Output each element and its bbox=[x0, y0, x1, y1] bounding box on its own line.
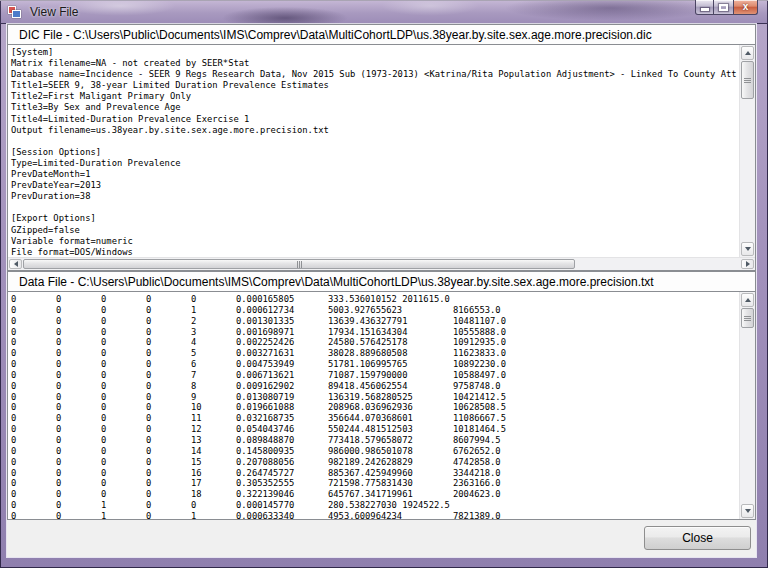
table-cell: 0 bbox=[56, 468, 101, 479]
table-cell: 10555888.0 bbox=[453, 327, 506, 338]
table-cell: 13639.436327791 bbox=[328, 316, 453, 327]
table-cell: 0 bbox=[101, 316, 146, 327]
table-cell: 0 bbox=[11, 316, 56, 327]
table-cell: 3344218.0 bbox=[453, 468, 501, 479]
data-scroll-down-button[interactable] bbox=[741, 504, 754, 518]
table-cell: 18 bbox=[191, 489, 236, 500]
table-cell: 0 bbox=[146, 489, 191, 500]
table-row: 0000170.305352555721598.7758314302363166… bbox=[11, 478, 739, 489]
table-cell: 0 bbox=[101, 402, 146, 413]
table-row: 000030.00169897117934.15163430410555888.… bbox=[11, 327, 739, 338]
table-cell: 9 bbox=[191, 392, 236, 403]
table-cell: 12 bbox=[191, 424, 236, 435]
table-row: 000070.00671362171087.15979000010588497.… bbox=[11, 370, 739, 381]
maximize-icon bbox=[719, 4, 728, 11]
table-cell: 0 bbox=[11, 402, 56, 413]
table-cell: 0 bbox=[11, 348, 56, 359]
table-cell: 8607994.5 bbox=[453, 435, 501, 446]
table-cell: 0 bbox=[146, 468, 191, 479]
table-cell: 0 bbox=[11, 511, 56, 519]
table-row: 0000180.322139046645767.3417199612004623… bbox=[11, 489, 739, 500]
table-cell: 7 bbox=[191, 370, 236, 381]
table-cell: 5003.927655623 bbox=[328, 305, 453, 316]
table-cell: 11 bbox=[191, 413, 236, 424]
data-vscroll-thumb[interactable] bbox=[741, 308, 754, 328]
table-cell: 13 bbox=[191, 435, 236, 446]
table-cell: 8 bbox=[191, 381, 236, 392]
data-scroll-up-button[interactable] bbox=[741, 293, 754, 307]
dic-horizontal-scrollbar[interactable] bbox=[8, 257, 755, 270]
table-cell: 0.019661088 bbox=[236, 402, 328, 413]
table-cell: 10181464.5 bbox=[453, 424, 506, 435]
table-cell: 356644.070368601 bbox=[328, 413, 453, 424]
table-cell: 0.305352555 bbox=[236, 478, 328, 489]
dic-scroll-left-button[interactable] bbox=[9, 259, 22, 269]
data-file-panel[interactable]: 000000.000165805333.536010152 2011615.00… bbox=[7, 292, 756, 520]
table-cell: 0 bbox=[11, 337, 56, 348]
table-cell: 0 bbox=[101, 424, 146, 435]
table-cell: 0 bbox=[101, 392, 146, 403]
table-cell: 17934.151634304 bbox=[328, 327, 453, 338]
table-cell: 0 bbox=[101, 435, 146, 446]
data-file-path: Data File - C:\Users\Public\Documents\IM… bbox=[19, 275, 654, 289]
data-vertical-scrollbar[interactable] bbox=[739, 292, 755, 519]
maximize-button[interactable] bbox=[714, 0, 733, 15]
table-cell: 1 bbox=[191, 511, 236, 519]
table-cell: 10 bbox=[191, 402, 236, 413]
table-row: 001000.000145770280.538227030 1924522.5 bbox=[11, 500, 739, 511]
table-cell: 0 bbox=[56, 381, 101, 392]
titlebar[interactable]: View File x bbox=[0, 0, 768, 24]
table-cell: 2363166.0 bbox=[453, 478, 501, 489]
table-cell: 0 bbox=[101, 370, 146, 381]
table-cell: 550244.481512503 bbox=[328, 424, 453, 435]
window-close-button[interactable]: x bbox=[733, 0, 758, 15]
table-cell: 0 bbox=[191, 500, 236, 511]
table-cell: 0 bbox=[11, 392, 56, 403]
dic-scroll-right-button[interactable] bbox=[741, 259, 754, 269]
table-cell: 51781.106995765 bbox=[328, 359, 453, 370]
table-cell: 0 bbox=[101, 359, 146, 370]
dic-hscroll-thumb[interactable] bbox=[23, 259, 575, 269]
table-cell: 38028.889680508 bbox=[328, 348, 453, 359]
close-dialog-button[interactable]: Close bbox=[644, 526, 751, 550]
table-cell: 6762652.0 bbox=[453, 446, 501, 457]
table-cell: 0.264745727 bbox=[236, 468, 328, 479]
table-cell: 0 bbox=[11, 500, 56, 511]
table-cell: 1 bbox=[101, 500, 146, 511]
dic-vscroll-thumb[interactable] bbox=[741, 61, 754, 99]
dic-file-panel[interactable]: [System] Matrix filename=NA - not create… bbox=[7, 45, 756, 271]
dic-file-header: DIC File - C:\Users\Public\Documents\IMS… bbox=[7, 24, 756, 45]
table-cell: 0 bbox=[101, 478, 146, 489]
table-cell: 17 bbox=[191, 478, 236, 489]
minimize-button[interactable] bbox=[695, 0, 714, 15]
table-cell: 0.004753949 bbox=[236, 359, 328, 370]
table-cell: 0 bbox=[56, 392, 101, 403]
dic-scroll-up-button[interactable] bbox=[741, 46, 754, 60]
data-rows: 000000.000165805333.536010152 2011615.00… bbox=[8, 292, 739, 519]
table-cell: 10912935.0 bbox=[453, 337, 506, 348]
table-row: 0000100.019661088208968.0369629361062850… bbox=[11, 402, 739, 413]
table-cell: 5 bbox=[191, 348, 236, 359]
table-cell: 0 bbox=[56, 435, 101, 446]
table-cell: 0 bbox=[11, 478, 56, 489]
table-cell: 721598.775831430 bbox=[328, 478, 453, 489]
table-row: 000080.00916290289418.4560625549758748.0 bbox=[11, 381, 739, 392]
table-cell: 71087.159790000 bbox=[328, 370, 453, 381]
table-cell: 0 bbox=[101, 468, 146, 479]
table-cell: 10628508.5 bbox=[453, 402, 506, 413]
table-cell: 0 bbox=[56, 424, 101, 435]
table-cell: 0 bbox=[56, 370, 101, 381]
table-cell: 982189.242628829 bbox=[328, 457, 453, 468]
table-cell: 0 bbox=[56, 511, 101, 519]
table-cell: 0 bbox=[146, 402, 191, 413]
table-cell: 0 bbox=[101, 446, 146, 457]
table-cell: 0.145800935 bbox=[236, 446, 328, 457]
dic-vertical-scrollbar[interactable] bbox=[739, 45, 755, 257]
table-cell: 0 bbox=[56, 457, 101, 468]
table-cell: 0 bbox=[146, 511, 191, 519]
table-cell: 0 bbox=[56, 348, 101, 359]
dic-scroll-down-button[interactable] bbox=[741, 242, 754, 256]
table-cell: 89418.456062554 bbox=[328, 381, 453, 392]
table-row: 0000120.054043746550244.4815125031018146… bbox=[11, 424, 739, 435]
table-cell: 0.207088056 bbox=[236, 457, 328, 468]
